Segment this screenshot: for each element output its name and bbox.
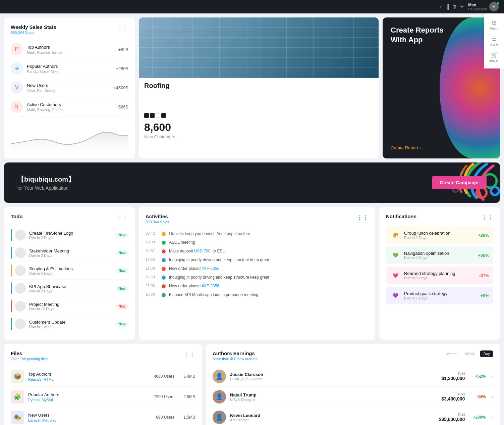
activities-title: Activities: [146, 214, 169, 219]
notif-icon: 💚: [390, 250, 401, 261]
stat-icon: P: [11, 43, 23, 55]
user-info: Max UX Designer M: [468, 2, 499, 11]
activity-link[interactable]: #XF-2356.: [202, 284, 220, 288]
side-panel-icon: ☰: [492, 36, 497, 42]
activity-dot: [162, 241, 166, 245]
activity-text: Make deposit USD 700. to ESL: [169, 249, 369, 253]
list-item: 🧩 Popular Authors Python, MySQL 7200 Use…: [11, 387, 195, 407]
roofing-bg: [139, 17, 379, 78]
brightness-icon[interactable]: ☀: [460, 4, 464, 9]
weekly-sales-header: Weekly Sales Stats 890,344 Sales ⋮⋮: [11, 24, 128, 35]
notification-items-list: 🥐 Group lunch celebration Due in 2 Days …: [386, 226, 493, 304]
activity-link[interactable]: #XF-2356.: [202, 266, 220, 271]
author-avatar: 👤: [213, 390, 226, 404]
stat-item: V New Users John, Pat, Jimmy +4500$: [11, 78, 128, 97]
activities-menu[interactable]: ⋮⋮: [356, 214, 369, 221]
author-name: Natali Trump: [230, 392, 431, 397]
side-panel-label: Prebu: [490, 27, 498, 30]
file-icon: 🎭: [11, 411, 24, 424]
stat-authors: Mark, Rowling, Esther: [27, 108, 116, 112]
todo-menu[interactable]: ⋮⋮: [116, 214, 128, 221]
side-panel-label: Buy N: [490, 59, 498, 62]
roofing-label: Roofing: [139, 78, 379, 94]
author-arrow[interactable]: ›: [492, 394, 493, 399]
list-item: 16:50 Indulging in poorly driving and ke…: [146, 255, 369, 264]
notifications-menu[interactable]: ⋮⋮: [481, 214, 493, 221]
files-menu[interactable]: ⋮⋮: [183, 350, 195, 358]
file-size: 5.4MB: [178, 374, 195, 379]
activity-text: Indulging in poorly driving and keep str…: [169, 275, 369, 280]
list-item: 08:42 Outlines keep you honest. And keep…: [146, 229, 369, 238]
side-panel-item-prebu[interactable]: ⊞ Prebu: [484, 17, 504, 33]
todo-name: KPI App Showcase: [29, 284, 116, 289]
todo-bar: [11, 300, 12, 312]
author-change: -34%: [469, 394, 486, 399]
list-item: 16:50 Indulging in poorly driving and ke…: [146, 273, 369, 282]
todo-name: Scoping & Estimations: [29, 266, 116, 271]
todo-items-list: Create FireStone Logo Due in 2 Days New …: [11, 226, 128, 333]
file-name: New Users: [28, 413, 144, 418]
create-report-text: Create Report: [391, 145, 418, 150]
author-name: Kevin Leonard: [230, 413, 431, 418]
user-name: Max: [468, 3, 487, 7]
paid-label: Paid: [435, 413, 465, 417]
author-earnings: Paid $3,400,000: [435, 392, 465, 402]
notif-name: Group lunch celebration: [404, 231, 474, 236]
files-card: Files Over 100 pending files ⋮⋮ 📦 Top Au…: [4, 344, 202, 425]
search-icon[interactable]: ○: [440, 4, 442, 9]
todo-info: Customers Update Due in 1 week: [29, 320, 116, 329]
list-item: Customers Update Due in 1 week New: [11, 315, 128, 333]
weekly-sales-subtitle: 890,344 Sales: [11, 31, 56, 35]
list-item: 👤 Natali Trump UI/UX Designer Paid $3,40…: [213, 387, 493, 407]
activity-time: 10:00: [146, 240, 158, 244]
notif-value: +50%: [478, 253, 489, 258]
svg-point-1: [491, 187, 499, 195]
weekly-sales-menu[interactable]: ⋮⋮: [116, 24, 128, 32]
files-subtitle: Over 100 pending files: [11, 357, 48, 361]
signal-icon[interactable]: ▐: [446, 4, 449, 9]
list-item: 🥐 Group lunch celebration Due in 2 Days …: [386, 226, 493, 244]
tab-day[interactable]: Day: [480, 350, 493, 357]
side-panel-item-get h[interactable]: ☰ Get H: [484, 33, 504, 49]
status-badge: New: [116, 286, 128, 291]
create-report-link[interactable]: Create Report ›: [391, 145, 492, 150]
list-item: 14:37 Make deposit USD 700. to ESL: [146, 247, 369, 255]
tab-month[interactable]: Month: [443, 350, 460, 357]
file-users: 4600 Users: [148, 374, 174, 379]
notif-info: Rebrand strategy planning Due in 5 Days: [404, 271, 476, 280]
todo-card: Todo ⋮⋮ Create FireStone Logo Due in 2 D…: [4, 207, 135, 340]
authors-earnings-card: Authors Earnings More than 400 new autho…: [206, 344, 500, 425]
activity-text: Indulging in poorly driving and keep str…: [169, 257, 369, 262]
customer-count: 8,600: [144, 121, 373, 134]
activities-card: Activities 890,344 Sales ⋮⋮ 08:42 Outlin…: [139, 207, 375, 340]
author-arrow[interactable]: ›: [492, 374, 493, 379]
notifications-title: Notifications: [386, 214, 416, 219]
side-panel-item-buy n[interactable]: 🛒 Buy N: [484, 49, 504, 65]
create-campaign-button[interactable]: Create Campaign: [432, 176, 487, 189]
file-info: Top Authors ReactJs, HTML: [28, 372, 144, 381]
list-item: 👤 Kevin Leonard Art Director Paid $35,60…: [213, 407, 493, 425]
author-amount: $1,200,000: [435, 376, 465, 381]
file-name: Popular Authors: [28, 392, 144, 397]
activity-text: AEOL meeting: [169, 240, 369, 245]
author-change: +52%: [469, 374, 486, 379]
list-item: KPI App Showcase Due in 2 Days New: [11, 280, 128, 297]
tab-week[interactable]: Week: [462, 350, 478, 357]
stat-authors: Mark, Rowling, Esther: [27, 50, 118, 54]
notif-due: Due in 2 Days: [404, 236, 474, 240]
notif-due: Due in 7 Days: [404, 296, 477, 300]
stat-authors: John, Pat, Jimmy: [27, 89, 113, 93]
file-items-list: 📦 Top Authors ReactJs, HTML 4600 Users 5…: [11, 366, 195, 425]
list-item: Project Meeting Due in 12 Days New: [11, 297, 128, 315]
notif-value: +28%: [478, 233, 489, 238]
activity-link[interactable]: USD 700.: [194, 249, 212, 253]
author-arrow[interactable]: ›: [492, 415, 493, 420]
file-info: Popular Authors Python, MySQL: [28, 392, 144, 402]
notifications-card: Notifications ⋮⋮ 🥐 Group lunch celebrati…: [379, 207, 500, 340]
todo-header: Todo ⋮⋮: [11, 214, 128, 221]
todo-bar: [11, 265, 12, 277]
author-info: Natali Trump UI/UX Designer: [230, 392, 431, 402]
grid-icon[interactable]: ⊞: [452, 4, 456, 9]
stat-info: Active Customers Mark, Rowling, Esther: [27, 102, 116, 112]
author-amount: $35,600,000: [435, 417, 465, 422]
